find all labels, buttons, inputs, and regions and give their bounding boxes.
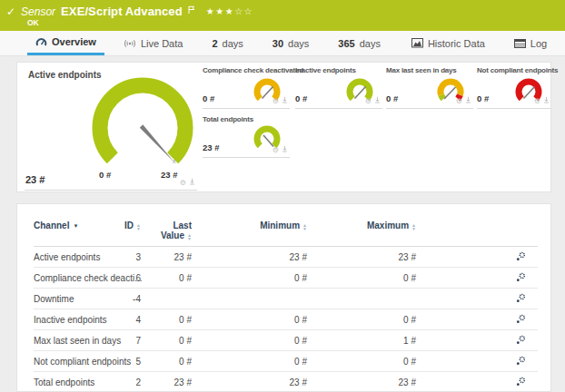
tab-2-days[interactable]: 2 days <box>203 31 251 55</box>
channel-minimum: 23 # <box>192 247 307 268</box>
channel-settings-icon[interactable] <box>516 253 526 263</box>
channel-name: Downtime <box>34 289 106 309</box>
channel-name: Compliance check deacti... <box>34 268 106 289</box>
channel-settings-icon[interactable] <box>516 295 526 305</box>
channel-maximum: 0 # <box>307 268 416 289</box>
channels-panel: Channel ID LastValue Minimum Maximum Act… <box>16 203 551 392</box>
pin-icon[interactable] <box>282 91 288 107</box>
gauge-current-value: 0 # <box>386 93 398 103</box>
object-kind-label: Sensor <box>21 5 55 18</box>
flag-icon[interactable] <box>188 2 195 18</box>
table-row: Active endpoints 3 23 # 23 # 23 # <box>34 247 538 268</box>
pin-icon[interactable] <box>189 172 195 189</box>
channel-name: Not compliant endpoints <box>34 351 106 372</box>
table-row: Inactive endpoints 4 0 # 0 # 0 # <box>34 309 538 330</box>
gauge-title: Compliance check deactivated <box>203 66 303 74</box>
channel-name: Max last seen in days <box>34 330 106 351</box>
channel-id: 4 <box>106 309 141 330</box>
tab-365-days-unit: days <box>360 38 381 49</box>
gear-icon[interactable] <box>534 91 540 107</box>
channels-table: Channel ID LastValue Minimum Maximum Act… <box>34 219 538 392</box>
channel-settings-icon[interactable] <box>516 378 526 388</box>
tab-log-label: Log <box>530 38 547 49</box>
channel-last-value: 23 # <box>141 247 192 268</box>
channel-maximum: 0 # <box>307 309 416 330</box>
sensor-title: EXE/Script Advanced <box>61 5 183 18</box>
priority-stars[interactable]: ★★★☆☆ <box>206 6 253 16</box>
gauge-inactive-endpoints: Inactive endpoints 0 # <box>295 66 382 109</box>
gauge-active-endpoints: Active endpoints x 0 # 23 # 23 # <box>25 64 197 191</box>
gauge-max-label: 23 # <box>161 170 178 180</box>
column-header-id[interactable]: ID <box>106 219 141 247</box>
channel-id: -4 <box>106 289 141 309</box>
gauge-title: Not compliant endpoints <box>477 66 558 74</box>
column-header-last-value[interactable]: LastValue <box>141 219 192 247</box>
table-header-row: Channel ID LastValue Minimum Maximum <box>34 219 538 247</box>
tab-365-days[interactable]: 365 days <box>330 31 389 55</box>
channel-settings-icon[interactable] <box>516 274 526 284</box>
table-row: Compliance check deacti... 6 0 # 0 # 0 # <box>34 268 538 289</box>
gauge-arc-ok <box>441 95 444 99</box>
column-header-channel[interactable]: Channel <box>34 219 106 247</box>
gauge-icon <box>35 36 47 47</box>
gauge-current-value: 23 # <box>25 174 45 185</box>
channel-minimum: 0 # <box>192 309 307 330</box>
gear-icon[interactable] <box>365 91 372 107</box>
channel-minimum: 0 # <box>192 330 307 351</box>
gauge-current-value: 23 # <box>203 142 220 152</box>
table-row: Total endpoints 2 23 # 23 # 23 # <box>34 372 538 392</box>
gauge-current-value: 0 # <box>477 93 489 103</box>
sensor-tab-bar: Overview Live Data 2 days 30 days 365 da… <box>0 31 565 56</box>
column-header-minimum[interactable]: Minimum <box>192 219 307 247</box>
channel-name: Active endpoints <box>34 247 106 268</box>
channel-maximum: 0 # <box>307 351 416 372</box>
channel-minimum: 0 # <box>192 351 307 372</box>
gauge-arc <box>100 85 185 158</box>
channel-name: Inactive endpoints <box>34 309 106 330</box>
channel-last-value: 0 # <box>141 309 192 330</box>
channel-settings-icon[interactable] <box>516 337 526 347</box>
chart-icon <box>411 38 423 48</box>
gauge-title: Inactive endpoints <box>295 66 356 74</box>
gauge-needle <box>355 87 366 99</box>
tab-live-data[interactable]: Live Data <box>115 31 191 55</box>
log-list-icon <box>514 39 526 48</box>
tab-overview[interactable]: Overview <box>27 31 104 55</box>
sensor-status-text: OK <box>27 18 39 27</box>
gauge-needle <box>140 124 174 162</box>
table-row: Max last seen in days 7 0 # 0 # 1 # <box>34 330 538 351</box>
gear-icon[interactable] <box>180 172 186 189</box>
active-endpoints-gauge-chart <box>90 75 195 181</box>
column-header-maximum[interactable]: Maximum <box>307 219 416 247</box>
tab-live-data-label: Live Data <box>141 38 183 49</box>
tab-overview-label: Overview <box>52 36 96 47</box>
tab-365-days-number: 365 <box>338 38 354 49</box>
channel-minimum: 0 # <box>192 268 307 289</box>
gauge-not-compliant: Not compliant endpoints 0 # <box>477 66 551 109</box>
pin-icon[interactable] <box>282 140 288 156</box>
gauge-needle <box>444 87 456 99</box>
channel-minimum <box>192 289 307 309</box>
gear-icon[interactable] <box>273 91 279 107</box>
tab-log[interactable]: Log <box>506 31 555 55</box>
channel-maximum: 23 # <box>307 372 416 392</box>
pin-icon[interactable] <box>374 91 381 107</box>
tab-30-days[interactable]: 30 days <box>264 31 318 55</box>
gear-icon[interactable] <box>273 140 279 156</box>
channel-minimum: 23 # <box>192 372 307 392</box>
gauge-max-last-seen: Max last seen in days 0 # <box>386 66 473 109</box>
tab-historic-data-label: Historic Data <box>428 38 485 49</box>
tab-historic-data[interactable]: Historic Data <box>403 31 493 55</box>
table-row: Not compliant endpoints 5 0 # 0 # 0 # <box>34 351 538 372</box>
pin-icon[interactable] <box>465 91 471 107</box>
status-check-icon: ✓ <box>6 5 15 18</box>
gear-icon[interactable] <box>456 91 462 107</box>
channel-maximum <box>307 289 416 309</box>
channel-settings-icon[interactable] <box>516 316 526 326</box>
channel-last-value: 0 # <box>141 268 192 289</box>
needle-tip-marker: x <box>173 158 176 164</box>
channel-settings-icon[interactable] <box>516 358 526 368</box>
live-signal-icon <box>124 38 136 49</box>
pin-icon[interactable] <box>543 91 550 107</box>
sensor-status-bar: ✓ Sensor EXE/Script Advanced ★★★☆☆ OK <box>0 0 565 31</box>
